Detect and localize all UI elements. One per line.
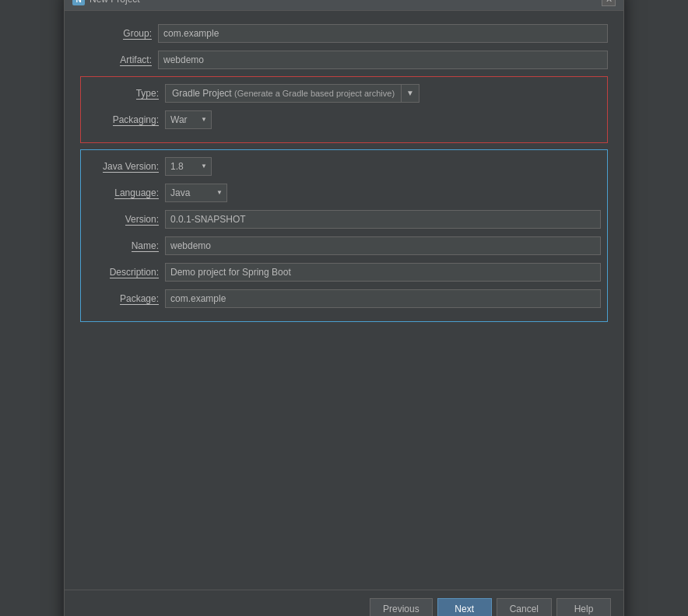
artifact-label: Artifact: (80, 54, 158, 65)
artifact-row: Artifact: (80, 50, 608, 70)
name-label: Name: (87, 240, 165, 251)
name-input[interactable] (165, 236, 601, 255)
language-select[interactable]: Java Kotlin Groovy (165, 184, 227, 202)
dialog-title: New Project (90, 0, 140, 5)
version-input[interactable] (165, 210, 601, 229)
type-packaging-section: Type: Gradle Project (Generate a Gradle … (80, 76, 608, 143)
group-label: Group: (80, 28, 158, 39)
description-label: Description: (87, 267, 165, 278)
dialog-content: Group: Artifact: Type: Gradle Project (G… (65, 11, 623, 590)
packaging-label: Packaging: (87, 114, 165, 125)
empty-area (80, 328, 608, 577)
name-row: Name: (87, 236, 601, 256)
dialog-icon: N (72, 0, 85, 5)
package-row: Package: (87, 289, 601, 309)
java-version-select[interactable]: 1.8 11 17 (165, 157, 212, 176)
description-input[interactable] (165, 263, 601, 282)
language-select-wrapper: Java Kotlin Groovy ▼ (165, 184, 227, 202)
packaging-select[interactable]: War Jar (165, 110, 212, 129)
type-display: Gradle Project (Generate a Gradle based … (165, 84, 401, 103)
title-bar-left: N New Project (72, 0, 140, 5)
type-dropdown-button[interactable]: ▼ (401, 84, 419, 103)
next-button[interactable]: Next (437, 598, 492, 617)
artifact-input[interactable] (158, 51, 608, 69)
packaging-row: Packaging: War Jar ▼ (87, 110, 601, 130)
language-label: Language: (87, 187, 165, 198)
version-row: Version: (87, 209, 601, 229)
package-label: Package: (87, 293, 165, 304)
type-select-wrapper: Gradle Project (Generate a Gradle based … (165, 84, 419, 103)
help-button[interactable]: Help (556, 598, 611, 617)
java-version-select-wrapper: 1.8 11 17 ▼ (165, 157, 212, 176)
dialog-footer: Previous Next Cancel Help http://blog.cs… (65, 590, 623, 617)
previous-button[interactable]: Previous (370, 598, 433, 617)
close-button[interactable]: ✕ (602, 0, 616, 6)
type-label: Type: (87, 88, 165, 99)
cancel-button[interactable]: Cancel (497, 598, 552, 617)
group-input[interactable] (158, 24, 608, 43)
group-row: Group: (80, 23, 608, 44)
package-input[interactable] (165, 289, 601, 308)
packaging-select-wrapper: War Jar ▼ (165, 110, 212, 129)
java-version-row: Java Version: 1.8 11 17 ▼ (87, 156, 601, 177)
new-project-dialog: N New Project ✕ Group: Artifact: Type: (64, 0, 624, 616)
type-row: Type: Gradle Project (Generate a Gradle … (87, 83, 601, 103)
java-version-label: Java Version: (87, 161, 165, 172)
language-row: Language: Java Kotlin Groovy ▼ (87, 183, 601, 203)
title-bar: N New Project ✕ (65, 0, 623, 11)
description-row: Description: (87, 262, 601, 282)
project-details-section: Java Version: 1.8 11 17 ▼ Language: (80, 149, 608, 322)
version-label: Version: (87, 214, 165, 225)
